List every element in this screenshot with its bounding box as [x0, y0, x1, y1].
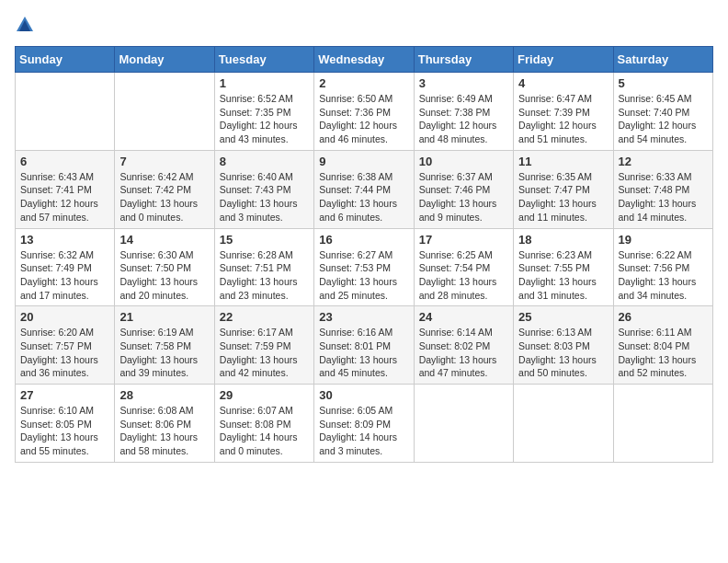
calendar-cell: 22Sunrise: 6:17 AM Sunset: 7:59 PM Dayli… [214, 306, 313, 385]
day-info: Sunrise: 6:47 AM Sunset: 7:39 PM Dayligh… [518, 92, 608, 146]
calendar-cell [613, 385, 712, 463]
day-number: 16 [319, 233, 408, 247]
calendar-week-row: 20Sunrise: 6:20 AM Sunset: 7:57 PM Dayli… [16, 306, 713, 385]
day-number: 13 [20, 233, 109, 247]
calendar-cell: 17Sunrise: 6:25 AM Sunset: 7:54 PM Dayli… [414, 228, 513, 306]
day-info: Sunrise: 6:07 AM Sunset: 8:08 PM Dayligh… [220, 404, 309, 458]
weekday-header: Monday [115, 47, 214, 73]
day-info: Sunrise: 6:23 AM Sunset: 7:55 PM Dayligh… [518, 248, 608, 303]
day-number: 29 [220, 388, 309, 402]
day-info: Sunrise: 6:14 AM Sunset: 8:02 PM Dayligh… [419, 326, 508, 380]
day-number: 14 [119, 233, 209, 247]
day-info: Sunrise: 6:38 AM Sunset: 7:44 PM Dayligh… [319, 170, 408, 224]
weekday-header: Saturday [613, 47, 712, 73]
calendar-cell: 12Sunrise: 6:33 AM Sunset: 7:48 PM Dayli… [613, 150, 712, 228]
calendar-week-row: 27Sunrise: 6:10 AM Sunset: 8:05 PM Dayli… [16, 385, 713, 463]
day-info: Sunrise: 6:37 AM Sunset: 7:46 PM Dayligh… [419, 170, 508, 224]
day-info: Sunrise: 6:10 AM Sunset: 8:05 PM Dayligh… [20, 404, 109, 458]
day-info: Sunrise: 6:35 AM Sunset: 7:47 PM Dayligh… [518, 170, 608, 224]
calendar-cell: 11Sunrise: 6:35 AM Sunset: 7:47 PM Dayli… [514, 150, 613, 228]
calendar-cell: 1Sunrise: 6:52 AM Sunset: 7:35 PM Daylig… [214, 73, 313, 151]
calendar-cell: 23Sunrise: 6:16 AM Sunset: 8:01 PM Dayli… [314, 306, 414, 385]
calendar-cell: 16Sunrise: 6:27 AM Sunset: 7:53 PM Dayli… [314, 228, 414, 306]
day-number: 22 [220, 310, 309, 324]
day-number: 5 [619, 76, 708, 90]
day-info: Sunrise: 6:22 AM Sunset: 7:56 PM Dayligh… [619, 248, 708, 303]
calendar-cell: 27Sunrise: 6:10 AM Sunset: 8:05 PM Dayli… [16, 385, 115, 463]
logo [15, 15, 39, 35]
day-number: 4 [518, 76, 608, 90]
calendar-cell: 28Sunrise: 6:08 AM Sunset: 8:06 PM Dayli… [115, 385, 214, 463]
calendar-cell [514, 385, 613, 463]
day-number: 2 [319, 76, 408, 90]
calendar-cell: 15Sunrise: 6:28 AM Sunset: 7:51 PM Dayli… [214, 228, 313, 306]
calendar-cell: 4Sunrise: 6:47 AM Sunset: 7:39 PM Daylig… [514, 73, 613, 151]
day-number: 8 [220, 155, 309, 168]
calendar-cell: 30Sunrise: 6:05 AM Sunset: 8:09 PM Dayli… [314, 385, 414, 463]
day-info: Sunrise: 6:17 AM Sunset: 7:59 PM Dayligh… [220, 326, 309, 380]
day-info: Sunrise: 6:16 AM Sunset: 8:01 PM Dayligh… [319, 326, 408, 380]
day-info: Sunrise: 6:19 AM Sunset: 7:58 PM Dayligh… [119, 326, 209, 380]
day-number: 30 [319, 388, 408, 402]
calendar-cell: 18Sunrise: 6:23 AM Sunset: 7:55 PM Dayli… [514, 228, 613, 306]
weekday-header: Sunday [16, 47, 115, 73]
calendar-cell: 29Sunrise: 6:07 AM Sunset: 8:08 PM Dayli… [214, 385, 313, 463]
logo-icon [15, 15, 35, 35]
day-info: Sunrise: 6:20 AM Sunset: 7:57 PM Dayligh… [20, 326, 109, 380]
day-number: 25 [518, 310, 608, 324]
calendar-cell: 26Sunrise: 6:11 AM Sunset: 8:04 PM Dayli… [613, 306, 712, 385]
calendar-cell: 20Sunrise: 6:20 AM Sunset: 7:57 PM Dayli… [16, 306, 115, 385]
day-info: Sunrise: 6:27 AM Sunset: 7:53 PM Dayligh… [319, 248, 408, 303]
calendar-week-row: 13Sunrise: 6:32 AM Sunset: 7:49 PM Dayli… [16, 228, 713, 306]
day-number: 23 [319, 310, 408, 324]
calendar-cell: 9Sunrise: 6:38 AM Sunset: 7:44 PM Daylig… [314, 150, 414, 228]
calendar-cell [115, 73, 214, 151]
day-info: Sunrise: 6:28 AM Sunset: 7:51 PM Dayligh… [220, 248, 309, 303]
day-number: 10 [419, 155, 508, 168]
day-info: Sunrise: 6:40 AM Sunset: 7:43 PM Dayligh… [220, 170, 309, 224]
day-number: 17 [419, 233, 508, 247]
day-info: Sunrise: 6:25 AM Sunset: 7:54 PM Dayligh… [419, 248, 508, 303]
calendar-cell [16, 73, 115, 151]
calendar-cell: 6Sunrise: 6:43 AM Sunset: 7:41 PM Daylig… [16, 150, 115, 228]
calendar-header-row: SundayMondayTuesdayWednesdayThursdayFrid… [16, 47, 713, 73]
weekday-header: Tuesday [214, 47, 313, 73]
weekday-header: Wednesday [314, 47, 414, 73]
day-info: Sunrise: 6:08 AM Sunset: 8:06 PM Dayligh… [119, 404, 209, 458]
day-number: 11 [518, 155, 608, 168]
day-info: Sunrise: 6:45 AM Sunset: 7:40 PM Dayligh… [619, 92, 708, 146]
day-info: Sunrise: 6:30 AM Sunset: 7:50 PM Dayligh… [119, 248, 209, 303]
calendar-cell: 14Sunrise: 6:30 AM Sunset: 7:50 PM Dayli… [115, 228, 214, 306]
day-number: 1 [220, 76, 309, 90]
calendar-cell: 24Sunrise: 6:14 AM Sunset: 8:02 PM Dayli… [414, 306, 513, 385]
calendar-week-row: 6Sunrise: 6:43 AM Sunset: 7:41 PM Daylig… [16, 150, 713, 228]
day-info: Sunrise: 6:50 AM Sunset: 7:36 PM Dayligh… [319, 92, 408, 146]
day-number: 24 [419, 310, 508, 324]
day-number: 20 [20, 310, 109, 324]
weekday-header: Thursday [414, 47, 513, 73]
calendar-cell [414, 385, 513, 463]
day-number: 6 [20, 155, 109, 168]
day-info: Sunrise: 6:42 AM Sunset: 7:42 PM Dayligh… [119, 170, 209, 224]
calendar-cell: 5Sunrise: 6:45 AM Sunset: 7:40 PM Daylig… [613, 73, 712, 151]
calendar-cell: 2Sunrise: 6:50 AM Sunset: 7:36 PM Daylig… [314, 73, 414, 151]
day-number: 21 [119, 310, 209, 324]
day-number: 15 [220, 233, 309, 247]
day-info: Sunrise: 6:33 AM Sunset: 7:48 PM Dayligh… [619, 170, 708, 224]
calendar-cell: 7Sunrise: 6:42 AM Sunset: 7:42 PM Daylig… [115, 150, 214, 228]
page-header [15, 15, 713, 35]
day-info: Sunrise: 6:11 AM Sunset: 8:04 PM Dayligh… [619, 326, 708, 380]
day-info: Sunrise: 6:32 AM Sunset: 7:49 PM Dayligh… [20, 248, 109, 303]
day-number: 26 [619, 310, 708, 324]
day-number: 28 [119, 388, 209, 402]
day-number: 27 [20, 388, 109, 402]
day-number: 12 [619, 155, 708, 168]
weekday-header: Friday [514, 47, 613, 73]
day-info: Sunrise: 6:49 AM Sunset: 7:38 PM Dayligh… [419, 92, 508, 146]
calendar-cell: 19Sunrise: 6:22 AM Sunset: 7:56 PM Dayli… [613, 228, 712, 306]
calendar-cell: 25Sunrise: 6:13 AM Sunset: 8:03 PM Dayli… [514, 306, 613, 385]
calendar-cell: 3Sunrise: 6:49 AM Sunset: 7:38 PM Daylig… [414, 73, 513, 151]
calendar-cell: 10Sunrise: 6:37 AM Sunset: 7:46 PM Dayli… [414, 150, 513, 228]
day-number: 18 [518, 233, 608, 247]
calendar-cell: 8Sunrise: 6:40 AM Sunset: 7:43 PM Daylig… [214, 150, 313, 228]
